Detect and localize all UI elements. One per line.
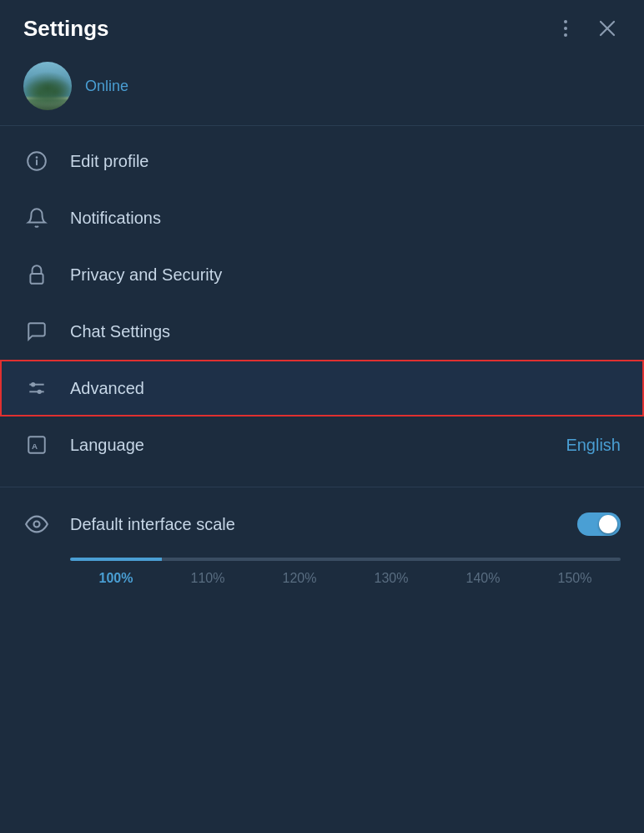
- svg-point-9: [38, 390, 42, 394]
- scale-label-150[interactable]: 150%: [529, 571, 621, 586]
- svg-text:A: A: [32, 442, 38, 451]
- close-button[interactable]: [594, 15, 621, 42]
- scale-bar-container: 100% 110% 120% 130% 140% 150%: [23, 558, 621, 586]
- sidebar-item-notifications[interactable]: Notifications: [0, 189, 644, 246]
- scale-progress-bar: [70, 558, 621, 561]
- interface-scale-label: Default interface scale: [70, 515, 557, 534]
- chat-icon: [23, 318, 50, 345]
- sliders-icon: [23, 375, 50, 401]
- scale-segment-6[interactable]: [529, 558, 621, 561]
- sidebar-item-language[interactable]: A Language English: [0, 416, 644, 473]
- eye-icon: [23, 511, 50, 538]
- menu-label-chat-settings: Chat Settings: [70, 322, 621, 341]
- svg-rect-5: [30, 274, 43, 284]
- close-icon: [598, 19, 616, 38]
- header: Settings: [0, 0, 644, 57]
- scale-label-140[interactable]: 140%: [437, 571, 529, 586]
- scale-label-120[interactable]: 120%: [254, 571, 345, 586]
- svg-point-8: [31, 382, 35, 386]
- scale-segment-3[interactable]: [254, 558, 345, 561]
- menu-list: Edit profile Notifications Privacy and S…: [0, 126, 644, 480]
- page-title: Settings: [23, 16, 109, 42]
- scale-label-110[interactable]: 110%: [162, 571, 254, 586]
- sidebar-item-chat-settings[interactable]: Chat Settings: [0, 303, 644, 360]
- scale-segment-1[interactable]: [70, 558, 162, 561]
- section-divider: [0, 487, 644, 487]
- lock-icon: [23, 261, 50, 288]
- sidebar-item-advanced[interactable]: Advanced: [0, 360, 644, 416]
- scale-label-100[interactable]: 100%: [70, 571, 162, 586]
- sidebar-item-privacy-security[interactable]: Privacy and Security: [0, 246, 644, 303]
- scale-label-130[interactable]: 130%: [345, 571, 437, 586]
- scale-segment-5[interactable]: [437, 558, 529, 561]
- svg-point-12: [34, 522, 40, 528]
- menu-label-notifications: Notifications: [70, 209, 621, 228]
- scale-labels: 100% 110% 120% 130% 140% 150%: [70, 571, 621, 586]
- menu-label-privacy-security: Privacy and Security: [70, 265, 621, 285]
- interface-scale-toggle[interactable]: [577, 512, 621, 536]
- scale-header: Default interface scale: [23, 511, 621, 538]
- scale-segment-2[interactable]: [162, 558, 254, 561]
- toggle-knob: [599, 515, 617, 533]
- menu-label-edit-profile: Edit profile: [70, 152, 621, 171]
- settings-panel: Settings Online: [0, 0, 644, 833]
- bell-icon: [23, 204, 50, 231]
- interface-scale-section: Default interface scale 100% 110% 120% 1…: [0, 494, 644, 603]
- scale-segment-4[interactable]: [345, 558, 437, 561]
- profile-area: Online: [0, 57, 644, 125]
- avatar: [23, 62, 72, 110]
- user-status: Online: [85, 78, 128, 95]
- more-vertical-icon: [564, 20, 567, 37]
- avatar-image: [23, 62, 72, 110]
- sidebar-item-edit-profile[interactable]: Edit profile: [0, 133, 644, 189]
- language-icon: A: [23, 432, 50, 458]
- menu-label-language: Language: [70, 436, 546, 455]
- info-icon: [23, 148, 50, 174]
- menu-label-advanced: Advanced: [70, 379, 621, 398]
- header-actions: [552, 15, 621, 42]
- language-value: English: [566, 436, 621, 455]
- more-button[interactable]: [552, 15, 579, 42]
